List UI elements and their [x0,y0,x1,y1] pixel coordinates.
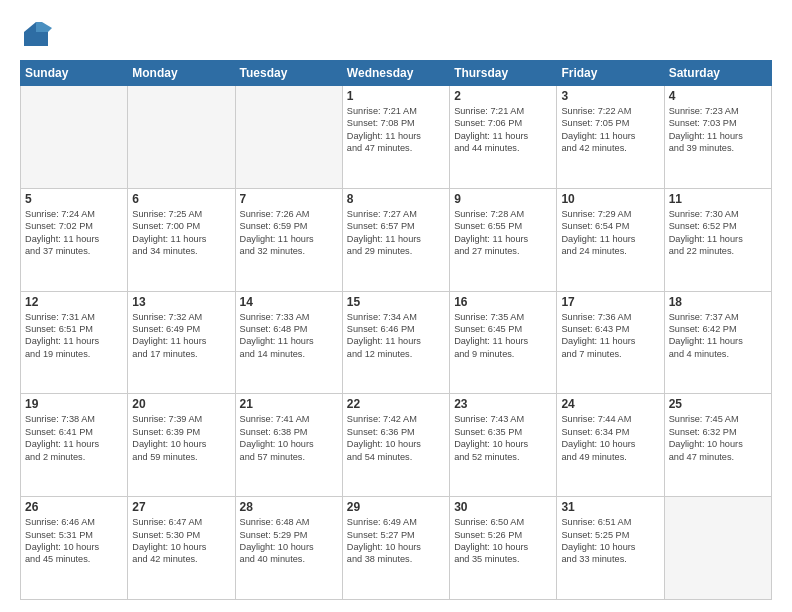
day-number: 16 [454,295,552,309]
day-info: Sunrise: 7:45 AM Sunset: 6:32 PM Dayligh… [669,413,767,463]
day-info: Sunrise: 7:29 AM Sunset: 6:54 PM Dayligh… [561,208,659,258]
day-number: 26 [25,500,123,514]
day-info: Sunrise: 7:41 AM Sunset: 6:38 PM Dayligh… [240,413,338,463]
day-info: Sunrise: 7:23 AM Sunset: 7:03 PM Dayligh… [669,105,767,155]
calendar-cell: 29Sunrise: 6:49 AM Sunset: 5:27 PM Dayli… [342,497,449,600]
day-number: 27 [132,500,230,514]
day-number: 8 [347,192,445,206]
day-header-wednesday: Wednesday [342,61,449,86]
calendar-cell: 25Sunrise: 7:45 AM Sunset: 6:32 PM Dayli… [664,394,771,497]
day-number: 22 [347,397,445,411]
day-info: Sunrise: 6:49 AM Sunset: 5:27 PM Dayligh… [347,516,445,566]
day-number: 11 [669,192,767,206]
day-info: Sunrise: 7:21 AM Sunset: 7:06 PM Dayligh… [454,105,552,155]
day-number: 19 [25,397,123,411]
calendar-cell: 4Sunrise: 7:23 AM Sunset: 7:03 PM Daylig… [664,86,771,189]
calendar-cell: 24Sunrise: 7:44 AM Sunset: 6:34 PM Dayli… [557,394,664,497]
day-info: Sunrise: 7:39 AM Sunset: 6:39 PM Dayligh… [132,413,230,463]
day-info: Sunrise: 7:42 AM Sunset: 6:36 PM Dayligh… [347,413,445,463]
day-info: Sunrise: 7:33 AM Sunset: 6:48 PM Dayligh… [240,311,338,361]
day-header-saturday: Saturday [664,61,771,86]
day-number: 21 [240,397,338,411]
calendar-cell: 17Sunrise: 7:36 AM Sunset: 6:43 PM Dayli… [557,291,664,394]
day-info: Sunrise: 7:30 AM Sunset: 6:52 PM Dayligh… [669,208,767,258]
day-header-sunday: Sunday [21,61,128,86]
day-info: Sunrise: 6:50 AM Sunset: 5:26 PM Dayligh… [454,516,552,566]
calendar-cell: 12Sunrise: 7:31 AM Sunset: 6:51 PM Dayli… [21,291,128,394]
day-number: 1 [347,89,445,103]
day-number: 10 [561,192,659,206]
day-number: 28 [240,500,338,514]
day-number: 30 [454,500,552,514]
calendar-cell: 3Sunrise: 7:22 AM Sunset: 7:05 PM Daylig… [557,86,664,189]
calendar-cell: 13Sunrise: 7:32 AM Sunset: 6:49 PM Dayli… [128,291,235,394]
day-number: 15 [347,295,445,309]
day-number: 14 [240,295,338,309]
day-number: 3 [561,89,659,103]
day-number: 12 [25,295,123,309]
calendar-cell: 20Sunrise: 7:39 AM Sunset: 6:39 PM Dayli… [128,394,235,497]
calendar-cell: 28Sunrise: 6:48 AM Sunset: 5:29 PM Dayli… [235,497,342,600]
day-info: Sunrise: 6:48 AM Sunset: 5:29 PM Dayligh… [240,516,338,566]
day-info: Sunrise: 7:25 AM Sunset: 7:00 PM Dayligh… [132,208,230,258]
day-header-tuesday: Tuesday [235,61,342,86]
day-info: Sunrise: 7:21 AM Sunset: 7:08 PM Dayligh… [347,105,445,155]
day-info: Sunrise: 6:47 AM Sunset: 5:30 PM Dayligh… [132,516,230,566]
day-info: Sunrise: 7:43 AM Sunset: 6:35 PM Dayligh… [454,413,552,463]
week-row-1: 1Sunrise: 7:21 AM Sunset: 7:08 PM Daylig… [21,86,772,189]
page: SundayMondayTuesdayWednesdayThursdayFrid… [0,0,792,612]
calendar-cell: 30Sunrise: 6:50 AM Sunset: 5:26 PM Dayli… [450,497,557,600]
day-info: Sunrise: 7:44 AM Sunset: 6:34 PM Dayligh… [561,413,659,463]
day-info: Sunrise: 7:26 AM Sunset: 6:59 PM Dayligh… [240,208,338,258]
calendar-cell: 5Sunrise: 7:24 AM Sunset: 7:02 PM Daylig… [21,188,128,291]
week-row-3: 12Sunrise: 7:31 AM Sunset: 6:51 PM Dayli… [21,291,772,394]
calendar-cell [21,86,128,189]
day-number: 2 [454,89,552,103]
day-number: 5 [25,192,123,206]
calendar-cell [664,497,771,600]
day-info: Sunrise: 6:51 AM Sunset: 5:25 PM Dayligh… [561,516,659,566]
day-number: 4 [669,89,767,103]
day-number: 20 [132,397,230,411]
calendar-cell: 22Sunrise: 7:42 AM Sunset: 6:36 PM Dayli… [342,394,449,497]
calendar-cell: 27Sunrise: 6:47 AM Sunset: 5:30 PM Dayli… [128,497,235,600]
day-header-monday: Monday [128,61,235,86]
day-info: Sunrise: 7:35 AM Sunset: 6:45 PM Dayligh… [454,311,552,361]
header [20,18,772,50]
svg-marker-2 [36,22,52,32]
day-info: Sunrise: 7:31 AM Sunset: 6:51 PM Dayligh… [25,311,123,361]
day-info: Sunrise: 7:34 AM Sunset: 6:46 PM Dayligh… [347,311,445,361]
day-info: Sunrise: 7:28 AM Sunset: 6:55 PM Dayligh… [454,208,552,258]
day-number: 18 [669,295,767,309]
logo-icon [20,18,52,50]
day-number: 9 [454,192,552,206]
day-number: 23 [454,397,552,411]
day-number: 17 [561,295,659,309]
day-info: Sunrise: 7:38 AM Sunset: 6:41 PM Dayligh… [25,413,123,463]
day-info: Sunrise: 7:32 AM Sunset: 6:49 PM Dayligh… [132,311,230,361]
calendar-cell: 23Sunrise: 7:43 AM Sunset: 6:35 PM Dayli… [450,394,557,497]
calendar-cell: 10Sunrise: 7:29 AM Sunset: 6:54 PM Dayli… [557,188,664,291]
logo [20,18,56,50]
week-row-5: 26Sunrise: 6:46 AM Sunset: 5:31 PM Dayli… [21,497,772,600]
calendar-cell: 31Sunrise: 6:51 AM Sunset: 5:25 PM Dayli… [557,497,664,600]
day-number: 7 [240,192,338,206]
day-header-thursday: Thursday [450,61,557,86]
day-number: 13 [132,295,230,309]
calendar-cell: 18Sunrise: 7:37 AM Sunset: 6:42 PM Dayli… [664,291,771,394]
day-number: 31 [561,500,659,514]
calendar-cell: 14Sunrise: 7:33 AM Sunset: 6:48 PM Dayli… [235,291,342,394]
calendar-cell: 16Sunrise: 7:35 AM Sunset: 6:45 PM Dayli… [450,291,557,394]
calendar-cell: 21Sunrise: 7:41 AM Sunset: 6:38 PM Dayli… [235,394,342,497]
calendar: SundayMondayTuesdayWednesdayThursdayFrid… [20,60,772,600]
calendar-cell: 2Sunrise: 7:21 AM Sunset: 7:06 PM Daylig… [450,86,557,189]
day-info: Sunrise: 7:22 AM Sunset: 7:05 PM Dayligh… [561,105,659,155]
day-info: Sunrise: 7:24 AM Sunset: 7:02 PM Dayligh… [25,208,123,258]
calendar-cell [235,86,342,189]
day-number: 25 [669,397,767,411]
calendar-cell [128,86,235,189]
day-info: Sunrise: 7:27 AM Sunset: 6:57 PM Dayligh… [347,208,445,258]
calendar-cell: 7Sunrise: 7:26 AM Sunset: 6:59 PM Daylig… [235,188,342,291]
calendar-cell: 1Sunrise: 7:21 AM Sunset: 7:08 PM Daylig… [342,86,449,189]
day-header-row: SundayMondayTuesdayWednesdayThursdayFrid… [21,61,772,86]
